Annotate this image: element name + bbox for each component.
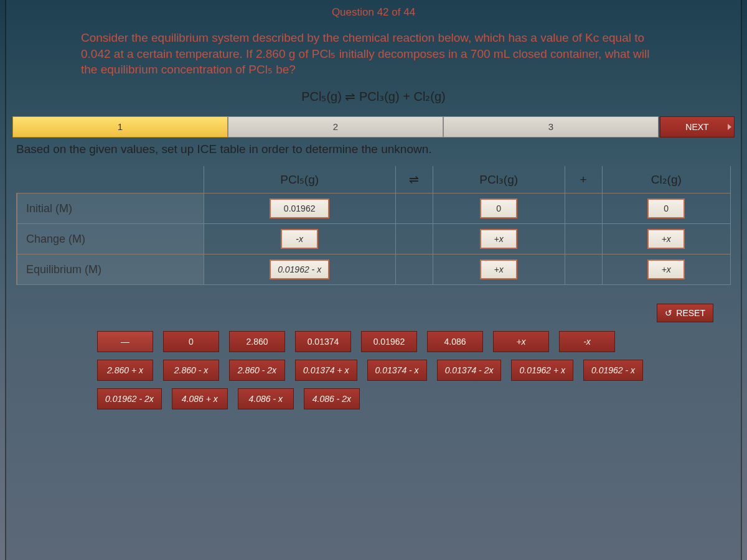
dropzone-change-cl2[interactable]: +x xyxy=(647,229,685,249)
tile[interactable]: — xyxy=(97,331,153,352)
tile[interactable]: -x xyxy=(559,331,615,352)
tile[interactable]: 2.860 + x xyxy=(97,360,153,381)
row-initial-label: Initial (M) xyxy=(17,194,204,224)
tile[interactable]: 0.01374 + x xyxy=(295,360,357,381)
col-pcl5: PCl₅(g) xyxy=(204,166,395,194)
col-pcl3: PCl₃(g) xyxy=(433,166,565,194)
dropzone-change-pcl3[interactable]: +x xyxy=(480,229,517,249)
tile[interactable]: 0.01962 - 2x xyxy=(97,388,162,409)
answer-bank: RESET — 0 2.860 0.01374 0.01962 4.086 +x… xyxy=(6,300,741,422)
dropzone-eq-pcl3[interactable]: +x xyxy=(480,259,517,279)
step-bar: 1 2 3 NEXT xyxy=(12,116,735,138)
next-button[interactable]: NEXT xyxy=(660,116,735,138)
tile[interactable]: +x xyxy=(493,331,549,352)
row-change-label: Change (M) xyxy=(17,224,204,254)
dropzone-change-pcl5[interactable]: -x xyxy=(281,229,318,249)
step-3[interactable]: 3 xyxy=(443,116,659,138)
tile-container: — 0 2.860 0.01374 0.01962 4.086 +x -x 2.… xyxy=(16,331,731,422)
tile[interactable]: 4.086 + x xyxy=(172,388,228,409)
tile[interactable]: 0.01962 + x xyxy=(511,360,573,381)
plus-icon: + xyxy=(565,166,602,194)
tile[interactable]: 2.860 - x xyxy=(163,360,219,381)
step-1[interactable]: 1 xyxy=(12,116,228,138)
dropzone-eq-pcl5[interactable]: 0.01962 - x xyxy=(270,259,329,279)
tile[interactable]: 0.01962 - x xyxy=(583,360,643,381)
reset-button[interactable]: RESET xyxy=(657,304,713,322)
dropzone-eq-cl2[interactable]: +x xyxy=(647,259,685,279)
ice-table: PCl₅(g) ⇌ PCl₃(g) + Cl₂(g) Initial (M) 0… xyxy=(16,166,731,286)
equilibrium-arrow-icon: ⇌ xyxy=(395,166,433,194)
tile[interactable]: 2.860 xyxy=(229,331,285,352)
question-counter: Question 42 of 44 xyxy=(6,0,741,30)
tile[interactable]: 0.01374 - x xyxy=(367,360,427,381)
tile[interactable]: 4.086 xyxy=(427,331,483,352)
dropzone-initial-cl2[interactable]: 0 xyxy=(647,198,685,218)
tile[interactable]: 0.01962 xyxy=(361,331,417,352)
tile[interactable]: 0 xyxy=(163,331,219,352)
tile[interactable]: 4.086 - x xyxy=(238,388,294,409)
col-cl2: Cl₂(g) xyxy=(602,166,731,194)
tile[interactable]: 0.01374 xyxy=(295,331,351,352)
dropzone-initial-pcl3[interactable]: 0 xyxy=(480,198,517,218)
row-equilibrium-label: Equilibrium (M) xyxy=(17,254,204,285)
step-2[interactable]: 2 xyxy=(228,116,443,138)
tile[interactable]: 2.860 - 2x xyxy=(229,360,285,381)
tile[interactable]: 0.01374 - 2x xyxy=(437,360,502,381)
reaction-equation: PCl₅(g) ⇌ PCl₃(g) + Cl₂(g) xyxy=(6,84,741,116)
dropzone-initial-pcl5[interactable]: 0.01962 xyxy=(270,198,329,218)
step-instruction: Based on the given values, set up ICE ta… xyxy=(6,142,741,166)
question-prompt: Consider the equilibrium system describe… xyxy=(6,30,741,84)
tile[interactable]: 4.086 - 2x xyxy=(304,388,360,409)
